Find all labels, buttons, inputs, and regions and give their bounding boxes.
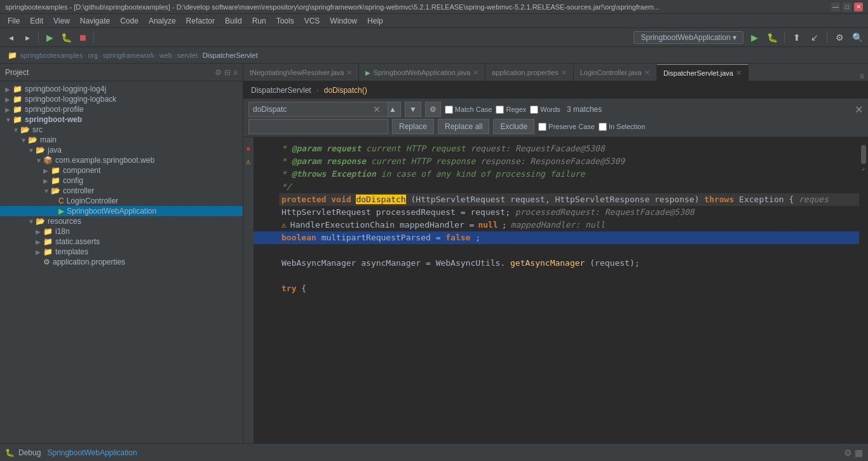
project-settings-icon[interactable]: ≡ bbox=[233, 68, 238, 77]
tab-close-contentnegotiating[interactable]: ✕ bbox=[346, 69, 352, 77]
replace-input[interactable] bbox=[248, 119, 388, 134]
menu-code[interactable]: Code bbox=[115, 15, 144, 27]
minimize-button[interactable]: — bbox=[831, 3, 840, 11]
in-selection-checkbox[interactable] bbox=[599, 123, 607, 131]
code-editor[interactable]: ● ⚠ * @param request current HTTP reques… bbox=[243, 137, 868, 443]
replace-button[interactable]: Replace bbox=[392, 119, 434, 134]
preserve-case-checkbox[interactable] bbox=[538, 123, 546, 131]
debug-settings-icon[interactable]: ⚙ bbox=[844, 448, 852, 458]
tree-item-java[interactable]: ▼ 📂 java bbox=[0, 145, 243, 155]
tree-item-i18n[interactable]: ▶ 📁 i18n bbox=[0, 226, 243, 237]
menu-tools[interactable]: Tools bbox=[271, 15, 299, 27]
match-case-check[interactable]: Match Case bbox=[445, 106, 492, 114]
tab-springbootwebapp[interactable]: ▶ SpringbootWebApplication.java ✕ bbox=[359, 64, 485, 81]
tree-item-component[interactable]: ▶ 📁 component bbox=[0, 165, 243, 175]
tree-item-main[interactable]: ▼ 📂 main bbox=[0, 135, 243, 145]
toolbar-debug[interactable]: 🐛 bbox=[59, 31, 73, 45]
toolbar-vcs[interactable]: ⬆ bbox=[790, 31, 804, 45]
words-checkbox[interactable] bbox=[530, 106, 538, 114]
tree-item-package[interactable]: ▼ 📦 com.example.springboot.web bbox=[0, 155, 243, 165]
toolbar-stop[interactable]: ⏹ bbox=[76, 31, 90, 45]
tree-item-springboot-profile[interactable]: ▶ 📁 springboot-profile bbox=[0, 104, 243, 114]
toolbar-run[interactable]: ▶ bbox=[43, 31, 57, 45]
tree-item-templates[interactable]: ▶ 📁 templates bbox=[0, 247, 243, 257]
tab-options-button[interactable]: ≡ bbox=[860, 72, 868, 81]
tree-item-static[interactable]: ▶ 📁 static.asserts bbox=[0, 237, 243, 247]
tree-item-resources[interactable]: ▼ 📂 resources bbox=[0, 216, 243, 226]
run-config-dropdown[interactable]: SpringbootWebApplication ▾ bbox=[634, 31, 743, 44]
match-case-checkbox[interactable] bbox=[445, 106, 453, 114]
words-check[interactable]: Words bbox=[530, 106, 560, 114]
warning-line-icon[interactable]: ⚠ bbox=[281, 219, 287, 231]
tab-close-logincontroller[interactable]: ✕ bbox=[644, 69, 650, 77]
maximize-button[interactable]: □ bbox=[843, 3, 851, 11]
debug-layout-icon[interactable]: ▦ bbox=[855, 448, 863, 458]
editor-method-label: doDispatch() bbox=[324, 86, 367, 95]
tree-item-src[interactable]: ▼ 📂 src bbox=[0, 125, 243, 135]
tree-item-springbootwebapp[interactable]: ▶ ▶ SpringbootWebApplication bbox=[0, 206, 243, 216]
tree-item-springboot-logging-log4j[interactable]: ▶ 📁 springboot-logging-log4j bbox=[0, 84, 243, 94]
code-line-12: try { bbox=[254, 282, 859, 295]
menu-help[interactable]: Help bbox=[362, 15, 388, 27]
find-close-button[interactable]: ✕ bbox=[855, 104, 863, 116]
tab-close-dispatcherservlet[interactable]: ✕ bbox=[736, 69, 742, 77]
project-gear-icon[interactable]: ⚙ bbox=[215, 68, 222, 77]
exclude-button[interactable]: Exclude bbox=[493, 119, 534, 134]
toolbar-back[interactable]: ◂ bbox=[4, 31, 18, 45]
bc-dispatcherservlet[interactable]: DispatcherServlet bbox=[203, 52, 258, 59]
tree-item-config[interactable]: ▶ 📁 config bbox=[0, 175, 243, 186]
menu-run[interactable]: Run bbox=[247, 15, 271, 27]
menu-window[interactable]: Window bbox=[325, 15, 362, 27]
code-text-10: WebAsyncManager asyncManager = WebAsyncU… bbox=[279, 257, 859, 270]
debug-app-label[interactable]: SpringbootWebApplication bbox=[47, 448, 137, 457]
bc-springframework[interactable]: springframework bbox=[103, 52, 154, 59]
breakpoint-icon[interactable]: ● bbox=[246, 142, 251, 155]
window-controls: — □ ✕ bbox=[831, 3, 863, 11]
bc-servlet[interactable]: servlet bbox=[177, 52, 198, 59]
tab-dispatcherservlet[interactable]: DispatcherServlet.java ✕ bbox=[657, 64, 749, 81]
project-expand-icon[interactable]: ⊟ bbox=[224, 68, 231, 77]
in-selection-check[interactable]: In Selection bbox=[599, 123, 645, 131]
toolbar-forward[interactable]: ▸ bbox=[20, 31, 34, 45]
tab-close-springbootwebapp[interactable]: ✕ bbox=[473, 69, 478, 77]
tree-item-springboot-logging-logback[interactable]: ▶ 📁 springboot-logging-logback bbox=[0, 94, 243, 104]
regex-check[interactable]: Regex bbox=[496, 106, 526, 114]
bc-web[interactable]: web bbox=[159, 52, 172, 59]
menu-refactor[interactable]: Refactor bbox=[181, 15, 220, 27]
preserve-case-check[interactable]: Preserve Case bbox=[538, 123, 595, 131]
find-next-button[interactable]: ▼ bbox=[405, 102, 421, 117]
code-content[interactable]: * @param request current HTTP request re… bbox=[254, 137, 859, 443]
tree-item-springboot-web[interactable]: ▼ 📁 springboot-web bbox=[0, 114, 243, 125]
menu-file[interactable]: File bbox=[3, 15, 25, 27]
menu-build[interactable]: Build bbox=[220, 15, 247, 27]
menu-vcs[interactable]: VCS bbox=[299, 15, 325, 27]
find-clear-button[interactable]: ✕ bbox=[373, 104, 381, 114]
toolbar-run2[interactable]: ▶ bbox=[747, 31, 761, 45]
replace-all-button[interactable]: Replace all bbox=[438, 119, 489, 134]
bc-org[interactable]: org bbox=[88, 52, 98, 59]
tree-item-appprops[interactable]: ▶ ⚙ application.properties bbox=[0, 257, 243, 267]
close-button[interactable]: ✕ bbox=[854, 3, 863, 11]
toolbar-debug2[interactable]: 🐛 bbox=[765, 31, 779, 45]
find-settings-button[interactable]: ⚙ bbox=[425, 102, 441, 117]
find-input[interactable] bbox=[248, 102, 388, 117]
tree-arrow-component: ▶ bbox=[43, 167, 51, 174]
tab-logincontroller[interactable]: LoginController.java ✕ bbox=[574, 64, 657, 81]
toolbar-search[interactable]: 🔍 bbox=[850, 31, 864, 45]
tab-contentnegotiating[interactable]: tNegotiatingViewResolver.java ✕ bbox=[243, 64, 359, 81]
tree-item-logincontroller[interactable]: ▶ C LoginController bbox=[0, 196, 243, 206]
menu-navigate[interactable]: Navigate bbox=[75, 15, 115, 27]
scroll-indicator bbox=[861, 145, 866, 164]
toolbar-settings[interactable]: ⚙ bbox=[832, 31, 846, 45]
regex-checkbox[interactable] bbox=[496, 106, 504, 114]
springbootexamples-icon[interactable]: 📁 bbox=[5, 48, 19, 62]
tab-close-appprops[interactable]: ✕ bbox=[561, 69, 567, 77]
menu-analyze[interactable]: Analyze bbox=[144, 15, 181, 27]
menu-view[interactable]: View bbox=[48, 15, 75, 27]
tree-label-static: static.asserts bbox=[55, 237, 100, 246]
menu-edit[interactable]: Edit bbox=[25, 15, 48, 27]
toolbar-vcs2[interactable]: ↙ bbox=[808, 31, 822, 45]
bc-springbootexamples[interactable]: springbootexamples bbox=[20, 52, 83, 59]
tree-item-controller[interactable]: ▼ 📂 controller bbox=[0, 186, 243, 196]
tab-appprops[interactable]: application.properties ✕ bbox=[485, 64, 574, 81]
